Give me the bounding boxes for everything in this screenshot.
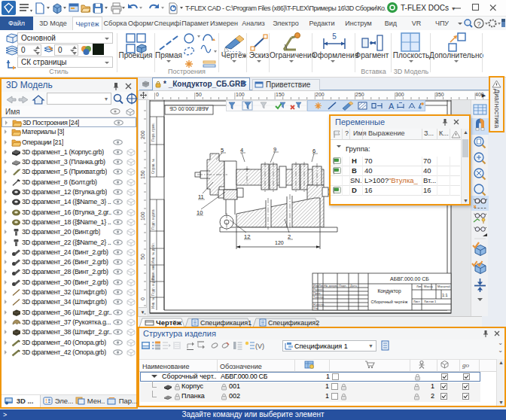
svg-text:0: 0 <box>140 297 145 300</box>
svg-text:150: 150 <box>140 170 145 179</box>
svg-text:Инв. № дубл.: Инв. № дубл. <box>151 242 155 263</box>
svg-text:Подп.: Подп. <box>339 284 347 288</box>
svg-text:100: 100 <box>236 92 245 97</box>
svg-text:12: 12 <box>244 233 250 240</box>
svg-text:Утв.: Утв. <box>313 306 319 310</box>
svg-text:200: 200 <box>315 92 325 97</box>
svg-text:Справ. №: Справ. № <box>151 158 155 174</box>
svg-text:9: 9 <box>273 146 276 153</box>
svg-text:350: 350 <box>435 92 444 97</box>
svg-text:0: 0 <box>156 92 159 97</box>
svg-text:Спецификация1: Спецификация1 <box>200 319 251 327</box>
svg-text:A: A <box>389 102 395 111</box>
svg-text:АБВГ.000.00 СБ: АБВГ.000.00 СБ <box>169 106 209 111</box>
svg-text:6: 6 <box>312 148 315 154</box>
svg-text:Спецификация2: Спецификация2 <box>268 319 319 327</box>
svg-text:1:1: 1:1 <box>442 293 448 297</box>
svg-text:Перв. прим.: Перв. прим. <box>151 123 155 142</box>
svg-text:100: 100 <box>140 212 145 221</box>
svg-text:АБВГ.000.00 СБ: АБВГ.000.00 СБ <box>390 276 429 282</box>
svg-text:Лист: Лист <box>413 300 420 303</box>
svg-text:10: 10 <box>197 209 203 216</box>
svg-text:Чертёж: Чертёж <box>156 318 182 327</box>
svg-text:50: 50 <box>140 254 145 260</box>
svg-text:50: 50 <box>196 92 202 97</box>
svg-text:250: 250 <box>355 92 364 97</box>
svg-text:2: 2 <box>288 233 291 240</box>
svg-text:11: 11 <box>198 193 204 200</box>
svg-text:Дата: Дата <box>350 284 358 288</box>
svg-text:?: ? <box>477 20 480 28</box>
svg-text:200: 200 <box>140 130 145 139</box>
svg-text:go: go <box>462 361 470 369</box>
svg-text:4: 4 <box>240 147 243 154</box>
svg-text:Сборочный чертёж: Сборочный чертёж <box>371 300 408 304</box>
svg-text:Кондуктор: Кондуктор <box>377 288 401 294</box>
svg-text:Инв. №: Инв. № <box>151 297 155 309</box>
svg-text:Подп. и дата: Подп. и дата <box>151 209 155 230</box>
svg-text:Масса: Масса <box>424 285 434 288</box>
svg-text:150: 150 <box>276 92 285 97</box>
svg-text:Листов 1: Листов 1 <box>424 300 437 303</box>
svg-text:(V): (V) <box>255 342 264 350</box>
svg-text:120: 120 <box>275 240 284 245</box>
svg-text:5: 5 <box>332 32 337 41</box>
svg-text:Лит.: Лит. <box>416 285 422 288</box>
svg-text:5: 5 <box>221 147 224 154</box>
svg-text:Т.контр.: Т.контр. <box>313 295 325 299</box>
svg-text:Подп. и дата: Подп. и дата <box>151 275 155 296</box>
svg-text:Масштаб: Масштаб <box>437 285 451 288</box>
svg-text:300: 300 <box>395 92 404 97</box>
svg-text:№ докум.: № докум. <box>325 284 338 288</box>
